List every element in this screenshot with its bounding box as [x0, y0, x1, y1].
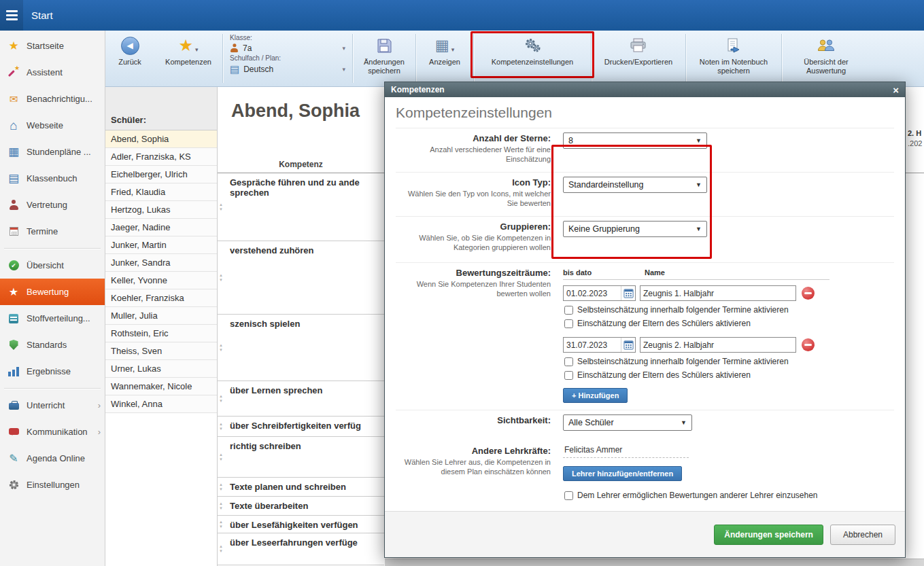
student-row[interactable]: Muller, Julia [105, 307, 217, 325]
sidebar-item-agenda-online[interactable]: ✎ Agenda Online [0, 445, 105, 472]
student-row[interactable]: Junker, Sandra [105, 254, 217, 272]
field-label: Bewertungszeiträume: [396, 268, 551, 278]
chevron-right-icon: › [98, 400, 101, 410]
row-resize-control[interactable]: ▲▼ [219, 520, 223, 529]
parent-assessment-checkbox-row: Einschätzung der Eltern des Schülers akt… [564, 370, 829, 380]
sidebar-item-assistent[interactable]: Assistent [0, 59, 105, 86]
row-resize-control[interactable]: ▲▼ [219, 482, 223, 492]
student-name: Adler, Franziska, KS [111, 152, 191, 162]
row-resize-control[interactable]: ▲▼ [219, 394, 223, 404]
period-date-input[interactable] [564, 286, 621, 300]
sidebar-item-label: Startseite [27, 41, 64, 51]
sidebar-item-standards[interactable]: Standards [0, 332, 105, 358]
period-date-input[interactable] [564, 338, 621, 352]
sidebar-item-label: Unterricht [27, 400, 65, 410]
competence-label: verstehend zuhören [230, 245, 314, 255]
calendar-icon[interactable] [621, 286, 635, 300]
close-icon[interactable]: × [893, 85, 899, 95]
competence-row: ▲▼über Leseerfahrungen verfüge [218, 533, 384, 565]
row-resize-control[interactable]: ▲▼ [219, 453, 223, 462]
save-button[interactable]: Änderungen speichern [714, 525, 823, 545]
student-row[interactable]: Theiss, Sven [105, 342, 217, 360]
sidebar-item-uebersicht[interactable]: ✔ Übersicht [0, 252, 105, 279]
field-label: Anzahl der Sterne: [396, 133, 551, 143]
notenbuch-save-button[interactable]: Noten im Notenbuch speichern [686, 31, 781, 86]
sichtbarkeit-select[interactable]: Alle Schüler ▼ [563, 414, 692, 431]
back-button[interactable]: ◀ Zurück [105, 31, 154, 86]
print-export-button[interactable]: Drucken/Exportieren [592, 31, 685, 86]
sidebar-item-webseite[interactable]: ⌂ Webseite [0, 112, 105, 139]
self-assessment-checkbox[interactable] [564, 357, 573, 366]
student-row[interactable]: Abend, Sophia [105, 130, 217, 148]
student-row[interactable]: Wannemaker, Nicole [105, 378, 217, 395]
student-name: Wannemaker, Nicole [111, 381, 192, 391]
student-row[interactable]: Fried, Klaudia [105, 183, 217, 201]
kompetenzen-menu-button[interactable]: ★▾ Kompetenzen [154, 31, 222, 86]
kompetenzeinstellungen-button[interactable]: Kompetenzeinstellungen [474, 31, 591, 86]
student-row[interactable]: Adler, Franziska, KS [105, 148, 217, 166]
period-name-input[interactable] [640, 285, 796, 301]
student-name: Fried, Klaudia [111, 187, 165, 197]
student-row[interactable]: Rothstein, Eric [105, 325, 217, 342]
auswertung-label: Übersicht der Auswertung [785, 58, 868, 75]
gruppieren-select[interactable]: Keine Gruppierung ▼ [563, 221, 707, 237]
student-row[interactable]: Jaeger, Nadine [105, 219, 217, 236]
sidebar-item-unterricht[interactable]: Unterricht › [0, 392, 105, 419]
sidebar-item-klassenbuch[interactable]: ▤ Klassenbuch [0, 165, 105, 192]
manage-teachers-button[interactable]: Lehrer hinzufügen/entfernen [563, 466, 682, 481]
student-row[interactable]: Koehler, Franziska [105, 289, 217, 307]
student-row[interactable]: Urner, Lukas [105, 360, 217, 378]
calendar-icon[interactable] [621, 338, 635, 352]
sidebar-item-stoffverteilung[interactable]: Stoffverteilung... [0, 305, 105, 332]
sidebar-item-benachrichtigungen[interactable]: ✉ Benachrichtigu... [0, 86, 105, 112]
anzeigen-button[interactable]: ▦▾ Anzeigen [416, 31, 473, 86]
student-row[interactable]: Junker, Martin [105, 236, 217, 254]
save-changes-button[interactable]: Änderungen speichern [353, 31, 415, 86]
student-row[interactable]: Winkel, Anna [105, 395, 217, 413]
topbar-title: Start [31, 10, 53, 21]
auswertung-button[interactable]: Übersicht der Auswertung [782, 31, 870, 86]
row-resize-control[interactable]: ▲▼ [219, 202, 223, 212]
self-assessment-checkbox[interactable] [564, 306, 573, 315]
icon-typ-select[interactable]: Standardeinstellung ▼ [563, 177, 707, 193]
field-label: Sichtbarkeit: [396, 415, 551, 425]
competence-label: Texte planen und schreiben [230, 482, 346, 492]
row-resize-control[interactable]: ▲▼ [219, 422, 223, 431]
parent-assessment-checkbox[interactable] [564, 371, 573, 380]
parent-assessment-checkbox[interactable] [564, 319, 573, 328]
table-icon: ▦ [435, 37, 449, 54]
sidebar-item-startseite[interactable]: ★ Startseite [0, 33, 105, 59]
shield-icon [7, 338, 20, 352]
subject-dropdown[interactable]: ▤ Deutsch ▾ [228, 63, 347, 76]
sidebar-item-ergebnisse[interactable]: Ergebnisse [0, 358, 105, 385]
period-row [563, 337, 829, 353]
student-row[interactable]: Keller, Yvonne [105, 272, 217, 289]
class-dropdown[interactable]: 7a ▾ [228, 42, 347, 54]
row-resize-control[interactable]: ▲▼ [219, 544, 223, 554]
cancel-button[interactable]: Abbrechen [830, 525, 895, 545]
row-resize-control[interactable]: ▲▼ [219, 343, 223, 353]
row-resize-control[interactable]: ▲▼ [219, 273, 223, 283]
student-row[interactable]: Eichelberger, Ulrich [105, 166, 217, 183]
sidebar-item-vertretung[interactable]: Vertretung [0, 192, 105, 218]
add-period-button[interactable]: + Hinzufügen [563, 388, 628, 403]
competence-row: ▲▼Texte überarbeiten [218, 497, 384, 516]
sidebar-item-bewertung[interactable]: ★ Bewertung [0, 279, 105, 305]
menu-icon[interactable] [0, 0, 23, 31]
sidebar-item-termine[interactable]: Termine [0, 218, 105, 245]
sidebar-item-stundenplaene[interactable]: ▦ Stundenpläne ... [0, 139, 105, 165]
remove-period-icon[interactable] [802, 287, 815, 300]
competence-row: ▲▼szenisch spielen [218, 315, 384, 381]
student-row[interactable]: Hertzog, Lukas [105, 201, 217, 219]
teacher-visibility-checkbox[interactable] [564, 491, 573, 500]
checkbox-label: Selbsteinschätzung innerhalb folgender T… [577, 357, 789, 366]
row-resize-control[interactable]: ▲▼ [219, 501, 223, 511]
sidebar-item-kommunikation[interactable]: Kommunikation › [0, 419, 105, 445]
subject-value: Deutsch [243, 65, 273, 74]
sterne-select[interactable]: 8 ▼ [563, 132, 707, 149]
anzeigen-label: Anzeigen [429, 58, 460, 67]
chevron-down-icon: ▾ [195, 46, 199, 53]
remove-period-icon[interactable] [802, 338, 815, 351]
period-name-input[interactable] [640, 337, 796, 353]
sidebar-item-einstellungen[interactable]: Einstellungen [0, 472, 105, 498]
